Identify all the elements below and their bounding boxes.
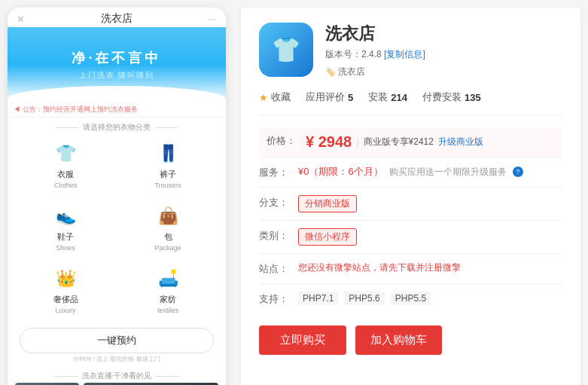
support-tag-0: PHP7.1 (298, 292, 338, 305)
price-value: ¥ 2948 | 商业版专享¥2412 升级商业版 (306, 133, 555, 151)
support-value: PHP7.1 PHP5.6 PHP5.5 (298, 292, 562, 305)
price-promo: 商业版专享¥2412 (364, 136, 434, 148)
upgrade-link[interactable]: 升级商业版 (438, 136, 483, 148)
trousers-cn: 裤子 (160, 169, 176, 180)
luxury-en: Luxury (55, 307, 75, 314)
category-label: 类别： (259, 228, 292, 243)
detail-panel: 👕 洗衣店 版本号：2.4.8 [复制信息] 🏷️ 洗衣店 ★ 收藏 (241, 8, 580, 385)
banner-main-text: 净·在不言中 (72, 49, 161, 67)
support-tag-2: PHP5.5 (391, 292, 431, 305)
app-icon: 👕 (259, 23, 313, 77)
rating-label: 应用评价 (306, 90, 345, 104)
clothes-icon: 👕 (52, 140, 79, 167)
clothes-en: Clothes (54, 182, 78, 189)
paid-label: 付费安装 (422, 90, 462, 104)
category-clothes[interactable]: 👕 衣服 Clothes (17, 136, 114, 194)
site-label: 站点： (259, 261, 292, 276)
category-luxury[interactable]: 👑 奢侈品 Luxury (17, 261, 114, 319)
branch-row: 分支： 分销商业版 (259, 188, 562, 221)
category-package[interactable]: 👜 包 Package (119, 198, 217, 256)
price-divider: | (356, 136, 358, 148)
app-icon-symbol: 👕 (271, 35, 301, 64)
category-value: 微信小程序 (298, 228, 562, 246)
trousers-icon: 👖 (154, 140, 181, 167)
notice-bar: ◀ 公告：预约经营开通网上预约洗衣服务 (8, 102, 226, 118)
cart-button[interactable]: 加入购物车 (355, 325, 442, 355)
app-version: 版本号：2.4.8 [复制信息] (325, 48, 562, 61)
branch-tag-0[interactable]: 分销商业版 (298, 195, 357, 212)
rating-value: 5 (348, 92, 353, 103)
price-label: 价格： (267, 133, 300, 148)
stat-paid: 付费安装 135 (422, 90, 481, 104)
phone-status-bar: ✕ 洗衣店 ··· (8, 8, 226, 27)
package-icon: 👜 (154, 203, 181, 230)
trousers-en: Trousers (154, 182, 181, 189)
dots-icon[interactable]: ··· (208, 13, 217, 25)
luxury-cn: 奢侈品 (53, 294, 78, 305)
site-row: 站点： 您还没有微擎站点，请先下载并注册微擎 (259, 254, 562, 284)
category-textiles[interactable]: 🛋️ 家纺 textiles (119, 261, 217, 319)
shoes-en: Shoes (56, 244, 75, 252)
service-row: 服务： ¥0（期限：6个月） 购买应用送一个期限升级服务 ? (259, 157, 562, 188)
branch-tags: 分销商业版 (298, 195, 562, 212)
shoes-cn: 鞋子 (57, 231, 74, 243)
book-sub: 分钟内 / 送上 最优价格 极速上门 (20, 353, 214, 366)
service-note: 购买应用送一个期限升级服务 (389, 166, 507, 179)
help-icon[interactable]: ? (513, 167, 523, 177)
support-tag-1: PHP5.6 (344, 292, 384, 305)
package-en: Package (154, 244, 181, 252)
service-value: ¥0（期限：6个月） 购买应用送一个期限升级服务 ? (298, 165, 562, 179)
price-amount: ¥ 2948 (306, 133, 352, 151)
service-free: ¥0（期限：6个月） (298, 165, 383, 179)
action-buttons: 立即购买 加入购物车 (259, 325, 562, 355)
app-tag: 🏷️ 洗衣店 (325, 66, 365, 78)
support-tags: PHP7.1 PHP5.6 PHP5.5 (298, 292, 562, 305)
category-tag-0[interactable]: 微信小程序 (298, 228, 357, 246)
buy-button[interactable]: 立即购买 (259, 325, 346, 355)
textiles-en: textiles (157, 307, 178, 314)
app-stats: ★ 收藏 应用评价 5 安装 214 付费安装 135 (259, 90, 562, 115)
main-container: ✕ 洗衣店 ··· 净·在不言中 上门洗衣 随叫随到 ◀ 公告：预约经营开通网上… (8, 8, 580, 385)
tag-label: 洗衣店 (338, 66, 365, 78)
paid-value: 135 (465, 92, 481, 103)
book-button[interactable]: 一键预约 (20, 328, 214, 353)
support-row: 支持： PHP7.1 PHP5.6 PHP5.5 (259, 284, 562, 313)
clothes-cn: 衣服 (57, 169, 74, 180)
price-row: 价格： ¥ 2948 | 商业版专享¥2412 升级商业版 (259, 127, 562, 157)
collect-label[interactable]: 收藏 (271, 90, 291, 104)
stat-rating: 应用评价 5 (306, 90, 353, 104)
stat-install: 安装 214 (368, 90, 407, 104)
banner-sub-text: 上门洗衣 随叫随到 (79, 70, 155, 81)
app-info: 洗衣店 版本号：2.4.8 [复制信息] 🏷️ 洗衣店 (325, 23, 562, 78)
luxury-icon: 👑 (52, 265, 79, 292)
notice-text: ◀ 公告：预约经营开通网上预约洗衣服务 (14, 105, 138, 113)
app-name: 洗衣店 (325, 23, 562, 45)
package-cn: 包 (164, 231, 172, 243)
live-section-title: 洗衣直播·干净看的见 (8, 369, 226, 383)
branch-label: 分支： (259, 195, 292, 209)
service-label: 服务： (259, 165, 292, 179)
category-section-title: 请选择您的衣物分类 (8, 118, 226, 136)
support-label: 支持： (259, 292, 292, 306)
install-label: 安装 (368, 90, 388, 104)
shoes-icon: 👟 (52, 203, 79, 230)
tag-icon: 🏷️ (325, 67, 336, 77)
category-grid: 👕 衣服 Clothes 👖 裤子 Trousers 👟 鞋子 Shoes 👜 … (8, 136, 226, 323)
close-icon[interactable]: ✕ (17, 14, 25, 25)
site-text: 您还没有微擎站点，请先下载并注册微擎 (298, 262, 461, 273)
textiles-cn: 家纺 (160, 294, 176, 305)
app-header: 👕 洗衣店 版本号：2.4.8 [复制信息] 🏷️ 洗衣店 (259, 23, 562, 78)
version-label: 版本号：2.4.8 (325, 49, 382, 60)
copy-link[interactable]: [复制信息] (384, 49, 425, 60)
stat-collect: ★ 收藏 (259, 90, 291, 104)
category-trousers[interactable]: 👖 裤子 Trousers (119, 136, 217, 194)
category-shoes[interactable]: 👟 鞋子 Shoes (17, 198, 114, 256)
category-row: 类别： 微信小程序 (259, 221, 562, 254)
phone-title: 洗衣店 (25, 12, 208, 26)
category-tags: 微信小程序 (298, 228, 562, 246)
phone-panel: ✕ 洗衣店 ··· 净·在不言中 上门洗衣 随叫随到 ◀ 公告：预约经营开通网上… (8, 8, 226, 385)
site-value: 您还没有微擎站点，请先下载并注册微擎 (298, 261, 562, 274)
banner: 净·在不言中 上门洗衣 随叫随到 (8, 27, 226, 102)
textiles-icon: 🛋️ (154, 265, 181, 292)
branch-value: 分销商业版 (298, 195, 562, 212)
